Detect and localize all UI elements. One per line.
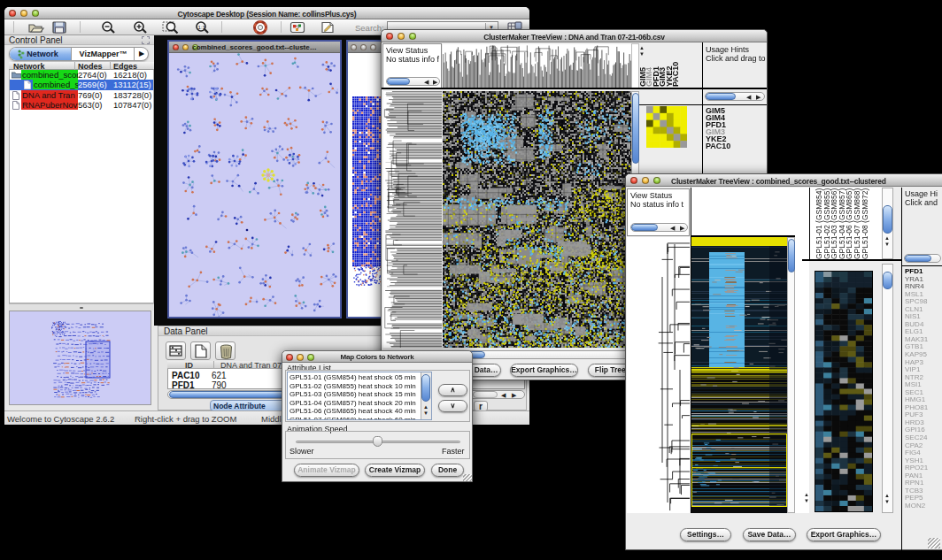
svg-text:1:1: 1:1 [198, 25, 206, 30]
